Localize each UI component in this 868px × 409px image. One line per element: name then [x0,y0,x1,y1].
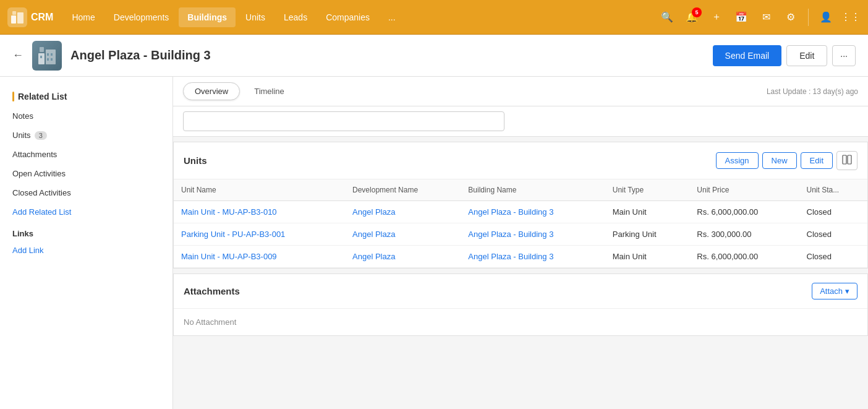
cell-unit-name: Main Unit - MU-AP-B3-010 [174,201,345,223]
svg-rect-4 [46,50,56,64]
svg-rect-2 [12,11,16,15]
col-unit-price: Unit Price [689,179,799,201]
cell-unit-status: Closed [799,201,868,223]
main-layout: Related List Notes Units 3 Attachments O… [0,77,868,409]
units-actions: Assign New Edit [716,151,857,170]
cell-unit-price: Rs. 6,000,000.00 [689,201,799,223]
col-unit-type: Unit Type [605,179,690,201]
cell-building-name: Angel Plaza - Building 3 [461,246,605,268]
nav-leads[interactable]: Leads [275,7,316,27]
svg-rect-6 [40,56,42,58]
edit-button[interactable]: Edit [786,45,827,66]
page-header: ← Angel Plaza - Building 3 Send Email Ed… [0,35,868,77]
sidebar-section-title: Related List [0,87,172,106]
grid-icon[interactable]: ⋮⋮ [841,7,861,27]
attachments-section-title: Attachments [184,286,240,296]
cell-development-name: Angel Plaza [345,201,461,223]
col-unit-name: Unit Name [174,179,345,201]
cell-development-name: Angel Plaza [345,223,461,246]
table-row: Main Unit - MU-AP-B3-009 Angel Plaza Ang… [174,246,867,268]
building-avatar [32,41,62,71]
sidebar-item-attachments[interactable]: Attachments [0,145,172,164]
tabs: Overview Timeline [183,82,296,100]
back-button[interactable]: ← [12,49,23,62]
sidebar-item-units[interactable]: Units 3 [0,126,172,145]
svg-rect-3 [38,53,45,64]
assign-button[interactable]: Assign [716,152,759,169]
nav-menu: Home Developments Buildings Units Leads … [63,7,657,27]
tab-overview[interactable]: Overview [183,82,240,100]
table-row: Parking Unit - PU-AP-B3-001 Angel Plaza … [174,223,867,246]
send-email-button[interactable]: Send Email [713,45,782,66]
sidebar-accent-bar [12,92,14,101]
svg-rect-7 [47,53,49,56]
settings-icon[interactable]: ⚙ [781,7,801,27]
cell-unit-name: Parking Unit - PU-AP-B3-001 [174,223,345,246]
cell-unit-status: Closed [799,223,868,246]
tabs-bar: Overview Timeline Last Update : 13 day(s… [173,77,868,106]
units-section-header: Units Assign New Edit [174,142,867,179]
logo-icon [7,7,27,27]
profile-icon[interactable]: 👤 [816,7,836,27]
nav-buildings[interactable]: Buildings [179,7,236,27]
search-input[interactable] [183,111,504,131]
cell-unit-name: Main Unit - MU-AP-B3-009 [174,246,345,268]
nav-home[interactable]: Home [63,7,103,27]
tab-timeline[interactable]: Timeline [242,82,296,100]
mail-icon[interactable]: ✉ [756,7,776,27]
units-table-container: Unit Name Development Name Building Name… [174,179,867,268]
edit-units-button[interactable]: Edit [801,152,833,169]
nav-units[interactable]: Units [237,7,274,27]
sidebar-item-open-activities[interactable]: Open Activities [0,164,172,183]
col-development-name: Development Name [345,179,461,201]
no-attachment-text: No Attachment [174,309,867,335]
sidebar-links-title: Links [0,222,172,242]
nav-companies[interactable]: Companies [317,7,378,27]
sidebar-item-notes[interactable]: Notes [0,106,172,126]
sidebar-item-closed-activities[interactable]: Closed Activities [0,183,172,202]
svg-rect-9 [47,58,49,61]
avatar-image [32,41,62,71]
more-options-button[interactable]: ··· [832,45,856,66]
page-title: Angel Plaza - Building 3 [70,48,704,62]
cell-building-name: Angel Plaza - Building 3 [461,223,605,246]
search-area [173,106,868,137]
cell-development-name: Angel Plaza [345,246,461,268]
svg-rect-8 [51,53,53,56]
content-area: Overview Timeline Last Update : 13 day(s… [173,77,868,409]
new-unit-button[interactable]: New [762,152,797,169]
sidebar: Related List Notes Units 3 Attachments O… [0,77,173,409]
calendar-icon[interactable]: 📅 [731,7,751,27]
cell-unit-price: Rs. 6,000,000.00 [689,246,799,268]
app-logo[interactable]: CRM [7,7,53,27]
last-update-text: Last Update : 13 day(s) ago [767,87,858,96]
cell-unit-type: Main Unit [605,201,690,223]
sidebar-link-add[interactable]: Add Link [0,242,172,259]
notification-badge: 5 [692,7,702,17]
add-icon[interactable]: ＋ [707,7,726,27]
attach-chevron-icon: ▾ [845,286,849,296]
cell-unit-status: Closed [799,246,868,268]
header-actions: Send Email Edit ··· [713,45,856,66]
app-name: CRM [31,12,53,23]
svg-rect-11 [843,155,846,164]
table-row: Main Unit - MU-AP-B3-010 Angel Plaza Ang… [174,201,867,223]
svg-rect-1 [17,12,23,24]
units-section: Units Assign New Edit [173,142,868,269]
units-section-title: Units [184,155,207,166]
svg-rect-0 [11,15,16,24]
col-building-name: Building Name [461,179,605,201]
columns-icon[interactable] [836,151,857,170]
sidebar-item-add-related-list[interactable]: Add Related List [0,202,172,222]
attach-button[interactable]: Attach ▾ [812,283,857,299]
nav-divider [808,9,809,26]
attachments-section: Attachments Attach ▾ No Attachment [173,273,868,336]
search-icon[interactable]: 🔍 [657,7,677,27]
header-icons: 🔍 🔔 5 ＋ 📅 ✉ ⚙ 👤 ⋮⋮ [657,7,861,27]
notifications-icon[interactable]: 🔔 5 [682,7,702,27]
units-badge: 3 [35,131,47,140]
top-navigation: CRM Home Developments Buildings Units Le… [0,0,868,35]
nav-developments[interactable]: Developments [105,7,178,27]
svg-rect-12 [848,155,851,164]
nav-more[interactable]: ... [380,7,404,27]
